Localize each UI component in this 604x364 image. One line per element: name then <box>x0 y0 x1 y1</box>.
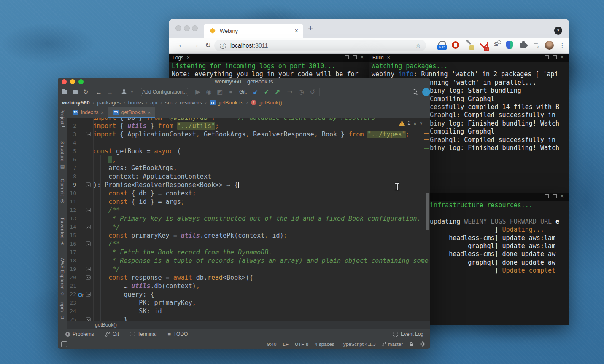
sidebar-item-project[interactable]: Project <box>58 109 67 127</box>
build-maximize-icon[interactable] <box>553 55 557 59</box>
ext-puzzle-icon[interactable] <box>518 40 528 51</box>
run-gutter-icon[interactable]: ↑ <box>78 292 84 298</box>
editor[interactable]: 2345678910111213141516171819202122↑23242… <box>67 118 430 321</box>
tab-close-icon[interactable]: × <box>295 27 298 34</box>
gutter-line[interactable]: 22↑ <box>67 290 93 299</box>
logs-maximize-icon[interactable] <box>353 55 357 59</box>
git-branch-widget[interactable]: master <box>382 342 403 347</box>
sidebar-item-npm[interactable]: npm◻ <box>58 302 67 320</box>
stop-icon[interactable]: ■ <box>226 86 235 98</box>
build-tab[interactable]: Build × <box>372 55 390 61</box>
rollback-icon[interactable]: ↺ <box>308 86 317 98</box>
run-configuration-select[interactable]: Add Configuration... <box>141 88 188 96</box>
git-commit-icon[interactable]: ✓ <box>262 86 271 98</box>
vcs-stripe-mark[interactable] <box>424 148 429 149</box>
run-icon[interactable]: ▶ <box>193 86 202 98</box>
code-area[interactable]: import { Db } from "@webiny/db"; // data… <box>93 118 430 321</box>
browser-menu-icon[interactable]: ⋮ <box>557 40 567 51</box>
gutter-line[interactable]: 14 <box>67 223 93 231</box>
fold-marker-icon[interactable] <box>86 292 91 297</box>
indent-setting[interactable]: 4 spaces <box>315 342 334 347</box>
code-line[interactable]: * Primary key is always constructed out … <box>93 214 421 223</box>
logs-close-icon[interactable]: × <box>361 56 364 59</box>
warning-stripe-mark[interactable] <box>424 133 429 134</box>
ext-meter-icon[interactable]: 0.35 <box>437 40 447 51</box>
ide-minimize-button[interactable] <box>70 79 75 84</box>
deploy-float-icon[interactable] <box>545 194 549 198</box>
code-line[interactable]: query: { <box>93 290 154 299</box>
line-ending[interactable]: LF <box>283 342 288 347</box>
code-line[interactable]: import { Db } from "@webiny/db"; // data… <box>93 118 375 122</box>
code-line[interactable]: const { id } = args; <box>93 198 185 206</box>
gutter-line[interactable]: 12 <box>67 206 93 214</box>
gutter-line[interactable]: 19 <box>67 265 93 273</box>
language-version[interactable]: TypeScript 4.1.3 <box>341 342 376 347</box>
fold-marker-icon[interactable] <box>86 275 91 280</box>
bookmark-star-icon[interactable]: ☆ <box>415 42 421 49</box>
gutter-line[interactable]: 24 <box>67 307 93 316</box>
warning-stripe-mark[interactable] <box>424 139 429 140</box>
next-warning-icon[interactable]: ∨ <box>420 121 423 126</box>
caret-position[interactable]: 9:40 <box>267 342 276 347</box>
tab-index-ts[interactable]: TS index.ts × <box>68 107 108 118</box>
code-line[interactable]: import { utils } from "../utils"; <box>93 122 219 130</box>
code-line[interactable]: … utils.db(context), <box>93 282 200 290</box>
git-update-icon[interactable]: ↙ <box>251 86 260 98</box>
ext-shield-icon[interactable] <box>504 40 515 51</box>
code-line[interactable]: _, <box>93 155 116 164</box>
toolwindow-todo[interactable]: ≡TODO <box>167 331 188 337</box>
new-tab-button[interactable]: + <box>308 23 313 33</box>
gutter-line[interactable]: 7 <box>67 164 93 172</box>
breadcrumb-item[interactable]: packages <box>97 99 121 106</box>
browser-zoom-button[interactable] <box>192 25 198 31</box>
build-float-icon[interactable] <box>545 55 549 59</box>
code-line[interactable]: */ <box>93 265 120 273</box>
toolwindow-git[interactable]: Git <box>105 331 119 337</box>
breadcrumb-item[interactable]: api <box>150 99 157 106</box>
gutter-line[interactable]: 13 <box>67 214 93 223</box>
sync-icon[interactable]: ↻ <box>81 86 90 98</box>
context-breadcrumb[interactable]: getBook() <box>67 321 430 329</box>
coverage-icon[interactable]: ◩ <box>215 86 224 98</box>
site-info-icon[interactable]: i <box>220 43 226 49</box>
gutter-line[interactable]: 18 <box>67 257 93 265</box>
breadcrumb-file[interactable]: TSgetBook.ts <box>210 99 243 106</box>
tab-close-icon[interactable]: × <box>101 110 103 115</box>
fold-marker-icon[interactable] <box>86 241 91 246</box>
open-folder-icon[interactable] <box>60 86 69 98</box>
git-push-icon[interactable]: ↗ <box>273 86 282 98</box>
forward-icon[interactable]: → <box>105 86 114 98</box>
code-line[interactable]: /** <box>93 240 120 248</box>
address-bar[interactable]: i localhost:3011 ☆ <box>214 40 426 51</box>
update-available-icon[interactable]: ↑ <box>421 86 431 98</box>
history-clock-icon[interactable]: ◷ <box>297 86 306 98</box>
gutter-line[interactable]: 5 <box>67 147 93 155</box>
logs-tab-close-icon[interactable]: × <box>187 55 190 61</box>
file-encoding[interactable]: UTF-8 <box>295 342 309 347</box>
code-line[interactable]: context: ApplicationContext <box>93 172 211 181</box>
gutter-line[interactable]: 11 <box>67 198 93 206</box>
gutter-line[interactable]: 20 <box>67 273 93 282</box>
breadcrumb-item[interactable]: resolvers <box>180 99 202 106</box>
back-icon[interactable]: ← <box>94 86 103 98</box>
sidebar-item-structure[interactable]: Structure▤ <box>58 141 67 169</box>
prev-warning-icon[interactable]: ∧ <box>413 121 416 126</box>
inspection-widget[interactable]: 2 ∧ ∨ <box>399 120 423 126</box>
build-close-icon[interactable]: × <box>561 56 564 59</box>
write-access-lock-icon[interactable] <box>409 342 413 347</box>
toolwindow-problems[interactable]: !Problems <box>65 331 94 337</box>
browser-minimize-button[interactable] <box>184 25 190 31</box>
browser-tab[interactable]: Webiny × <box>204 24 303 38</box>
code-line[interactable]: * Response is a tuple of records (always… <box>93 257 429 265</box>
code-line[interactable]: args: GetBookArgs, <box>93 164 177 172</box>
toolwindow-terminal[interactable]: >Terminal <box>130 331 156 337</box>
debug-icon[interactable]: ◉ <box>204 86 213 98</box>
sidebar-item-favorites[interactable]: Favorites★ <box>58 218 67 246</box>
sidebar-item-commit[interactable]: Commit◎ <box>58 179 67 203</box>
highlighting-level-icon[interactable] <box>420 341 425 347</box>
tab-close-icon[interactable]: × <box>148 110 151 115</box>
breadcrumb-project[interactable]: webiny560 <box>62 99 90 106</box>
ext-search-icon[interactable]: S <box>491 40 501 51</box>
back-button[interactable]: ← <box>178 41 185 49</box>
gutter-line[interactable]: 23 <box>67 299 93 307</box>
